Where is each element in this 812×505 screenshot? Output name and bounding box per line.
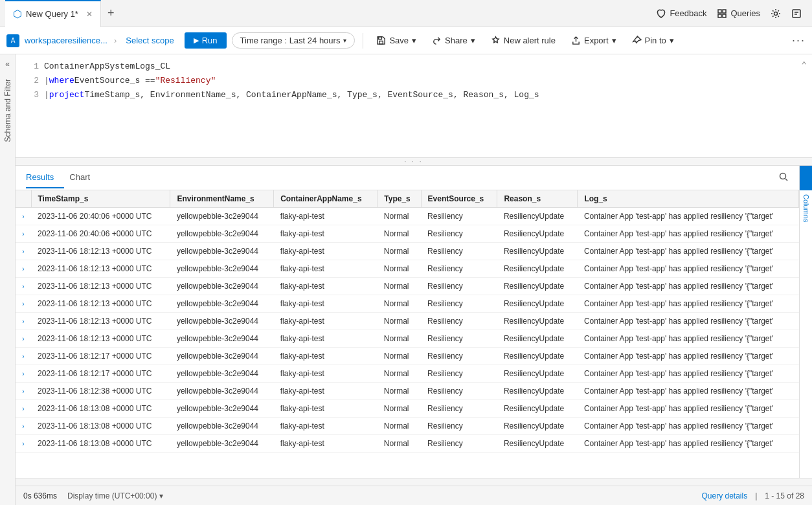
pin-to-button[interactable]: Pin to ▾ xyxy=(627,33,679,48)
row-expand-btn[interactable]: › xyxy=(16,383,31,400)
feedback-button[interactable]: Feedback xyxy=(656,8,706,19)
table-cell: yellowpebble-3c2e9044 xyxy=(170,208,274,225)
row-expand-btn[interactable]: › xyxy=(16,278,31,295)
col-header-log[interactable]: Log_s xyxy=(578,190,799,208)
project-kw: project xyxy=(49,88,85,102)
results-panel: Results Chart xyxy=(16,166,812,505)
where-kw: where xyxy=(49,74,74,88)
export-icon xyxy=(571,36,581,45)
save-icon xyxy=(376,36,386,45)
settings-button[interactable] xyxy=(771,8,781,19)
col-header-envname[interactable]: EnvironmentName_s xyxy=(170,190,274,208)
tab-new-query-1[interactable]: ⬡ New Query 1* ✕ xyxy=(5,0,101,27)
row-expand-btn[interactable]: › xyxy=(16,295,31,313)
table-cell: flaky-api-test xyxy=(274,330,378,348)
table-cell: yellowpebble-3c2e9044 xyxy=(170,243,274,260)
table-cell: Container App 'test-app' has applied res… xyxy=(578,225,799,243)
tab-close-icon[interactable]: ✕ xyxy=(86,10,93,19)
share-button[interactable]: Share ▾ xyxy=(427,33,480,48)
columns-label[interactable]: Columns xyxy=(802,194,810,222)
svg-rect-9 xyxy=(379,37,382,39)
table-row: ›2023-11-06 18:13:08 +0000 UTCyellowpebb… xyxy=(16,418,799,435)
query-details-link[interactable]: Query details xyxy=(701,491,747,500)
search-results-button[interactable] xyxy=(778,172,789,184)
select-scope-button[interactable]: Select scope xyxy=(126,36,174,45)
table-cell: 2023-11-06 18:13:08 +0000 UTC xyxy=(31,400,170,418)
table-cell: Container App 'test-app' has applied res… xyxy=(578,400,799,418)
table-cell: Normal xyxy=(378,260,421,278)
table-cell: 2023-11-06 18:12:13 +0000 UTC xyxy=(31,330,170,348)
collapse-editor-button[interactable]: ⌃ xyxy=(802,60,807,71)
table-row: ›2023-11-06 18:12:13 +0000 UTCyellowpebb… xyxy=(16,313,799,330)
queries-button[interactable]: Queries xyxy=(717,8,760,19)
workspace-name[interactable]: workspaceresilience... xyxy=(25,36,107,45)
pin-icon xyxy=(632,36,642,45)
new-alert-button[interactable]: New alert rule xyxy=(486,33,561,48)
col-header-eventsource[interactable]: EventSource_s xyxy=(421,190,497,208)
row-expand-btn[interactable]: › xyxy=(16,435,31,453)
workspace-icon: A xyxy=(6,34,19,47)
col-header-timestamp[interactable]: TimeStamp_s xyxy=(31,190,170,208)
table-cell: ResiliencyUpdate xyxy=(497,278,578,295)
row-expand-btn[interactable]: › xyxy=(16,260,31,278)
query-time: 0s 636ms xyxy=(23,491,57,500)
row-expand-btn[interactable]: › xyxy=(16,313,31,330)
schema-filter-label: Schema and Filter xyxy=(3,79,12,142)
table-cell: Normal xyxy=(378,435,421,453)
code-string-2: "Resiliency" xyxy=(155,74,216,88)
row-expand-btn[interactable]: › xyxy=(16,400,31,418)
table-cell: yellowpebble-3c2e9044 xyxy=(170,348,274,365)
columns-icon-bar xyxy=(800,166,812,190)
col-header-reason[interactable]: Reason_s xyxy=(497,190,578,208)
table-cell: 2023-11-06 20:40:06 +0000 UTC xyxy=(31,208,170,225)
table-cell: Resiliency xyxy=(421,278,497,295)
col-header-appname[interactable]: ContainerAppName_s xyxy=(274,190,378,208)
row-expand-btn[interactable]: › xyxy=(16,243,31,260)
table-cell: Resiliency xyxy=(421,400,497,418)
more-actions-button[interactable]: ··· xyxy=(792,34,806,47)
tab-chart[interactable]: Chart xyxy=(69,167,100,188)
row-expand-btn[interactable]: › xyxy=(16,418,31,435)
table-cell: ResiliencyUpdate xyxy=(497,330,578,348)
table-cell: yellowpebble-3c2e9044 xyxy=(170,418,274,435)
row-expand-btn[interactable]: › xyxy=(16,330,31,348)
time-range-button[interactable]: Time range : Last 24 hours ▾ xyxy=(232,32,355,49)
row-expand-btn[interactable]: › xyxy=(16,348,31,365)
tab-label: New Query 1* xyxy=(26,9,78,19)
col-header-type[interactable]: Type_s xyxy=(378,190,421,208)
row-expand-btn[interactable]: › xyxy=(16,225,31,243)
export-button[interactable]: Export ▾ xyxy=(566,33,622,48)
table-body: ›2023-11-06 20:40:06 +0000 UTCyellowpebb… xyxy=(16,208,799,453)
query-editor[interactable]: 1 ContainerAppSystemLogs_CL 2 | where Ev… xyxy=(16,54,812,158)
table-row: ›2023-11-06 18:12:13 +0000 UTCyellowpebb… xyxy=(16,260,799,278)
table-cell: ResiliencyUpdate xyxy=(497,225,578,243)
svg-point-10 xyxy=(780,174,786,179)
display-time-button[interactable]: Display time (UTC+00:00) ▾ xyxy=(67,491,163,500)
table-cell: ResiliencyUpdate xyxy=(497,348,578,365)
code-line-2: 2 | where EventSource_s == "Resiliency" xyxy=(16,74,812,88)
docs-button[interactable] xyxy=(791,8,802,19)
code-line-3: 3 | project TimeStamp_s, EnvironmentName… xyxy=(16,88,812,102)
table-cell: ResiliencyUpdate xyxy=(497,383,578,400)
drag-handle[interactable]: · · · xyxy=(16,158,812,166)
table-cell: Normal xyxy=(378,400,421,418)
table-row: ›2023-11-06 20:40:06 +0000 UTCyellowpebb… xyxy=(16,225,799,243)
table-cell: 2023-11-06 18:13:08 +0000 UTC xyxy=(31,418,170,435)
save-button[interactable]: Save ▾ xyxy=(371,33,422,48)
left-sidebar[interactable]: « Schema and Filter xyxy=(0,54,16,505)
code-text-3: TimeStamp_s, EnvironmentName_s, Containe… xyxy=(84,88,539,102)
run-button[interactable]: ▶ Run xyxy=(185,32,227,49)
gear-icon xyxy=(771,8,781,19)
table-cell: ResiliencyUpdate xyxy=(497,418,578,435)
table-cell: flaky-api-test xyxy=(274,383,378,400)
row-expand-btn[interactable]: › xyxy=(16,365,31,383)
chart-tab-label: Chart xyxy=(69,172,90,182)
table-cell: yellowpebble-3c2e9044 xyxy=(170,260,274,278)
add-tab-button[interactable]: + xyxy=(101,0,121,27)
horizontal-scrollbar[interactable] xyxy=(16,478,812,486)
row-expand-btn[interactable]: › xyxy=(16,208,31,225)
display-time-chevron: ▾ xyxy=(159,491,163,500)
table-cell: yellowpebble-3c2e9044 xyxy=(170,295,274,313)
table-cell: yellowpebble-3c2e9044 xyxy=(170,400,274,418)
tab-results[interactable]: Results xyxy=(26,167,64,188)
